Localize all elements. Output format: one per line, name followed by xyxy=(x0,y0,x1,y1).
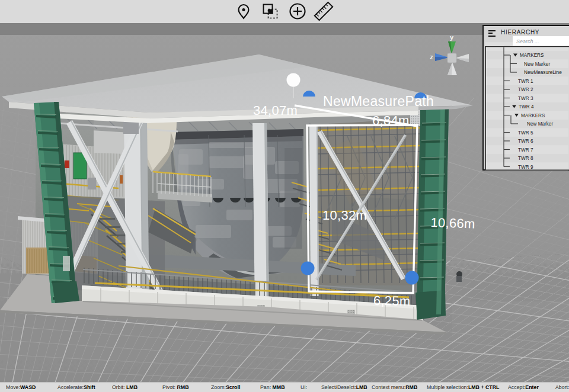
svg-text:Search ...: Search ... xyxy=(516,38,539,44)
svg-text:TWR 7: TWR 7 xyxy=(518,147,533,153)
svg-text:MARKERS: MARKERS xyxy=(521,113,545,118)
svg-text:TWR 5: TWR 5 xyxy=(518,130,533,136)
svg-text:TWR 8: TWR 8 xyxy=(518,156,533,161)
svg-text:TWR 9: TWR 9 xyxy=(518,165,533,170)
svg-text:MARKERS: MARKERS xyxy=(520,53,544,58)
svg-text:TWR 3: TWR 3 xyxy=(518,96,533,101)
svg-text:New Marker: New Marker xyxy=(524,62,550,67)
svg-text:TWR 4: TWR 4 xyxy=(519,104,534,110)
svg-text:TWR 2: TWR 2 xyxy=(518,87,533,92)
svg-text:TWR 6: TWR 6 xyxy=(518,139,533,144)
svg-text:TWR 1: TWR 1 xyxy=(518,79,533,84)
svg-text:New Marker: New Marker xyxy=(527,121,553,127)
svg-text:NewMeasureLine: NewMeasureLine xyxy=(524,70,562,75)
